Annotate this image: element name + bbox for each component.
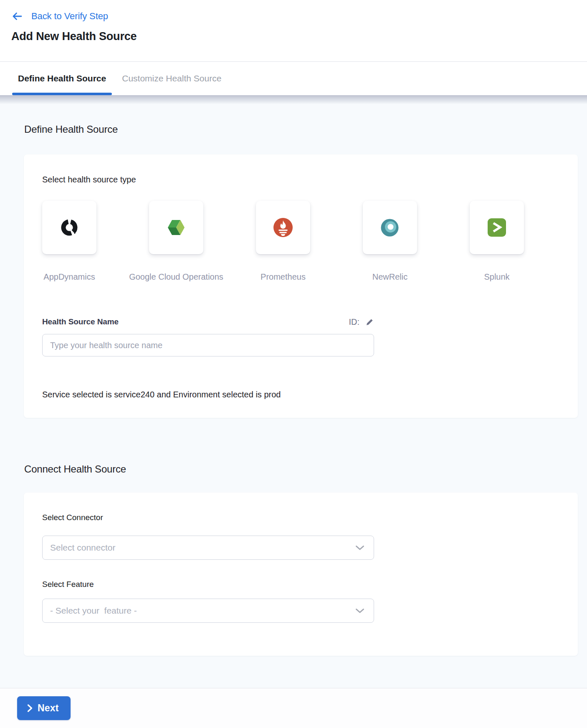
prometheus-icon (273, 217, 293, 238)
splunk-tile (470, 201, 524, 254)
tab-bar: Define Health Source Customize Health So… (0, 62, 587, 95)
health-source-option-newrelic[interactable]: NewRelic (363, 201, 417, 282)
health-source-option-google-cloud-operations[interactable]: Google Cloud Operations (149, 201, 203, 282)
page-header: Back to Verify Step Add New Health Sourc… (0, 0, 587, 62)
id-wrap: ID: (349, 317, 374, 327)
chevron-down-icon (355, 545, 364, 551)
appdynamics-tile (42, 201, 96, 254)
pencil-icon (365, 318, 374, 326)
tab-customize-health-source[interactable]: Customize Health Source (116, 62, 227, 95)
source-type-label: Prometheus (261, 271, 306, 282)
connector-select[interactable]: Select connector (42, 536, 374, 560)
edit-id-button[interactable] (365, 318, 374, 326)
define-section-heading: Define Health Source (24, 95, 587, 135)
health-source-name-label: Health Source Name (42, 317, 119, 326)
back-link-label: Back to Verify Step (31, 11, 108, 22)
define-health-source-card: Select health source type AppDynamics (24, 154, 578, 418)
health-source-name-row: Health Source Name ID: (42, 316, 374, 327)
newrelic-icon (380, 217, 400, 238)
source-type-label: Google Cloud Operations (129, 271, 223, 282)
arrow-left-icon (11, 12, 23, 21)
newrelic-tile (363, 201, 417, 254)
back-link[interactable]: Back to Verify Step (11, 10, 108, 23)
health-source-name-input[interactable] (42, 334, 374, 356)
tab-define-health-source[interactable]: Define Health Source (12, 62, 112, 95)
footer-bar: Next (0, 688, 587, 728)
google-cloud-operations-tile (149, 201, 203, 254)
splunk-icon (487, 217, 507, 238)
appdynamics-icon (59, 217, 79, 238)
source-type-label: Splunk (484, 271, 509, 282)
connector-select-placeholder: Select connector (50, 543, 115, 553)
page-title: Add New Health Source (11, 30, 587, 43)
health-source-option-appdynamics[interactable]: AppDynamics (42, 201, 96, 282)
select-type-label: Select health source type (42, 174, 578, 185)
health-source-type-row: AppDynamics Google Cloud Operations (42, 201, 578, 282)
chevron-down-icon (355, 608, 364, 614)
google-cloud-operations-icon (166, 217, 186, 238)
next-button-label: Next (38, 703, 59, 714)
add-health-source-page: Back to Verify Step Add New Health Sourc… (0, 0, 587, 728)
select-connector-label: Select Connector (42, 513, 578, 523)
chevron-right-icon (27, 704, 33, 712)
select-feature-label: Select Feature (42, 579, 578, 589)
source-type-label: AppDynamics (43, 271, 95, 282)
connect-health-source-card: Select Connector Select connector Select… (24, 493, 578, 656)
service-environment-note: Service selected is service240 and Envir… (42, 389, 578, 400)
next-button[interactable]: Next (17, 696, 71, 720)
health-source-option-splunk[interactable]: Splunk (470, 201, 524, 282)
prometheus-tile (256, 201, 310, 254)
connect-section-heading: Connect Health Source (24, 463, 587, 475)
main-content: Define Health Source Select health sourc… (0, 95, 587, 688)
source-type-label: NewRelic (372, 271, 407, 282)
feature-select[interactable]: - Select your feature - (42, 599, 374, 623)
feature-select-placeholder: - Select your feature - (50, 606, 137, 616)
health-source-option-prometheus[interactable]: Prometheus (256, 201, 310, 282)
id-label: ID: (349, 317, 359, 327)
